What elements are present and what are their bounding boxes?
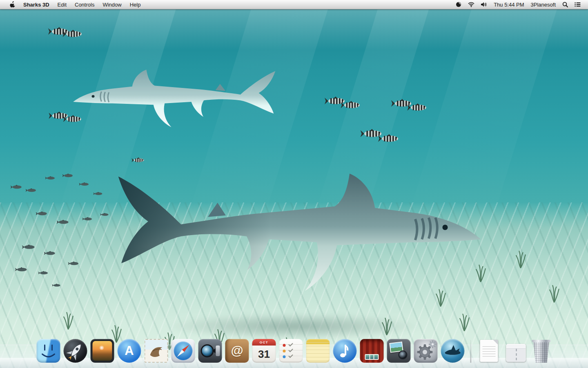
- pilot-fish: [62, 30, 83, 40]
- gray-fish: [45, 176, 55, 182]
- volume-menu[interactable]: [478, 0, 490, 9]
- app-store-letter: A: [125, 343, 134, 358]
- desktop-wallpaper: [0, 0, 588, 368]
- pilot-fish: [407, 103, 428, 114]
- dock-item-calendar[interactable]: OCT 31: [252, 339, 276, 363]
- calendar-day: 31: [252, 346, 276, 363]
- dock-item-trash[interactable]: [531, 339, 552, 363]
- dock-divider: [470, 340, 472, 363]
- at-glyph: @: [231, 343, 243, 358]
- gray-fish: [44, 251, 56, 257]
- menu-help[interactable]: Help: [126, 0, 145, 9]
- checkmarks: [279, 339, 303, 363]
- menu-edit[interactable]: Edit: [53, 0, 71, 9]
- dock-item-sharks-3d[interactable]: [441, 339, 465, 363]
- shark-graphic: [96, 150, 484, 314]
- rocket-icon: [64, 339, 87, 363]
- camera-body: [216, 346, 220, 356]
- dock-item-text-document[interactable]: [480, 340, 498, 362]
- dock-item-safari[interactable]: [172, 339, 195, 363]
- dock-item-image-capture[interactable]: [387, 339, 411, 363]
- gray-fish: [22, 245, 35, 251]
- gray-fish: [57, 220, 69, 226]
- seaweed-tuft: [548, 283, 561, 304]
- dock-item-archive-box[interactable]: [506, 344, 526, 362]
- gray-fish: [68, 261, 79, 267]
- wifi-icon: [468, 2, 474, 7]
- shark-app-icon: [441, 339, 465, 363]
- pilot-fish: [341, 101, 361, 111]
- clock[interactable]: Thu 5:44 PM: [490, 2, 527, 8]
- gray-fish: [15, 267, 28, 273]
- vendor-menu[interactable]: 3Planesoft: [528, 2, 559, 8]
- finder-face-icon: [37, 339, 60, 363]
- sync-status-menu[interactable]: [452, 0, 465, 9]
- dock-item-system-preferences[interactable]: [414, 339, 438, 363]
- seaweed-tuft: [458, 312, 471, 332]
- gray-fish: [36, 211, 48, 217]
- menu-bar-left: Sharks 3D Edit Controls Window Help: [0, 0, 145, 9]
- gray-fish: [82, 217, 92, 222]
- distant-shark: [71, 58, 288, 138]
- seaweed-tuft: [62, 310, 75, 331]
- gray-fish: [26, 188, 37, 194]
- seaweed-tuft: [514, 249, 527, 269]
- camera-lens-small: [399, 350, 408, 359]
- compass-needle-icon: [172, 339, 195, 363]
- gears-icon: [414, 339, 438, 363]
- volume-icon: [481, 2, 487, 7]
- menu-controls[interactable]: Controls: [71, 0, 98, 9]
- gray-fish: [62, 173, 74, 179]
- dock-items: A: [37, 339, 552, 363]
- shark-graphic: [71, 58, 288, 138]
- trash-basket: [532, 342, 550, 363]
- sunset-photo: [93, 341, 112, 361]
- dock-item-finder[interactable]: [37, 339, 60, 363]
- gray-fish: [79, 182, 89, 188]
- app-menu-title[interactable]: Sharks 3D: [19, 0, 53, 9]
- music-note-icon: [333, 339, 357, 363]
- menu-list-icon: [575, 2, 581, 7]
- sync-status-icon: [456, 2, 461, 7]
- dock-item-photo-booth[interactable]: [360, 339, 384, 363]
- dock-item-reminders[interactable]: [279, 339, 303, 363]
- menu-list[interactable]: [571, 0, 584, 9]
- dock-item-facetime-camera[interactable]: [198, 339, 222, 363]
- dock-item-itunes[interactable]: [333, 339, 357, 363]
- dock-item-photos[interactable]: [91, 339, 114, 363]
- trash-rim: [532, 340, 551, 342]
- menu-bar-status-area: Thu 5:44 PM 3Planesoft: [452, 0, 588, 9]
- screen: Sharks 3D Edit Controls Window Help: [0, 0, 588, 368]
- pilot-fish: [378, 134, 400, 145]
- dock: A: [0, 333, 588, 368]
- menu-window[interactable]: Window: [98, 0, 125, 9]
- menu-bar: Sharks 3D Edit Controls Window Help: [0, 0, 588, 9]
- dock-item-mail[interactable]: [145, 339, 168, 363]
- dock-item-contacts[interactable]: @: [225, 339, 249, 363]
- eagle-stamp-icon: [145, 340, 167, 362]
- sun-glyph: [100, 346, 104, 350]
- gray-fish: [38, 271, 48, 276]
- dock-item-launchpad[interactable]: [64, 339, 87, 363]
- wifi-menu[interactable]: [465, 0, 478, 9]
- gray-fish: [52, 284, 61, 288]
- spotlight-menu[interactable]: [559, 0, 571, 9]
- gray-fish: [11, 185, 22, 191]
- camera-play-glyph: [212, 348, 216, 353]
- apple-icon: [10, 1, 15, 8]
- large-shark: [96, 150, 484, 314]
- dock-item-app-store[interactable]: A: [118, 339, 141, 363]
- apple-menu[interactable]: [6, 0, 19, 9]
- dock-item-notes[interactable]: [306, 339, 330, 363]
- spotlight-icon: [562, 2, 568, 7]
- photo-strip: [365, 354, 379, 360]
- calendar-month: OCT: [252, 339, 276, 346]
